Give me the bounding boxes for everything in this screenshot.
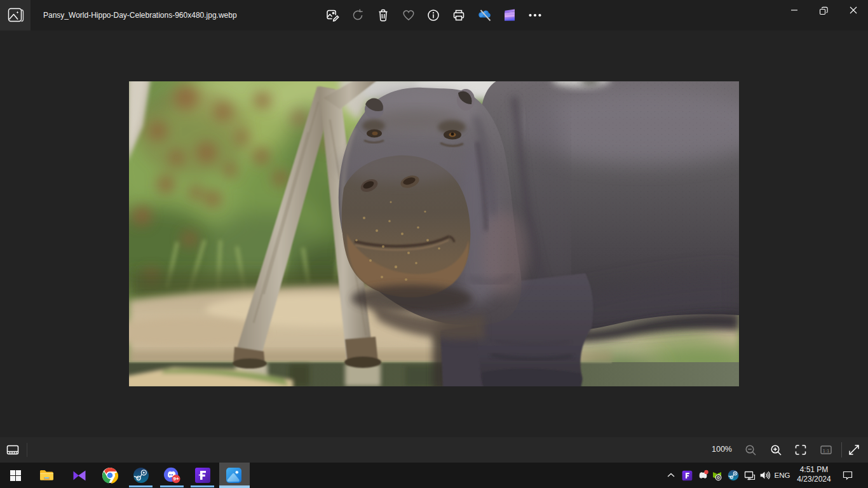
svg-text:9+: 9+ xyxy=(173,476,179,482)
svg-text:1:1: 1:1 xyxy=(822,448,830,454)
